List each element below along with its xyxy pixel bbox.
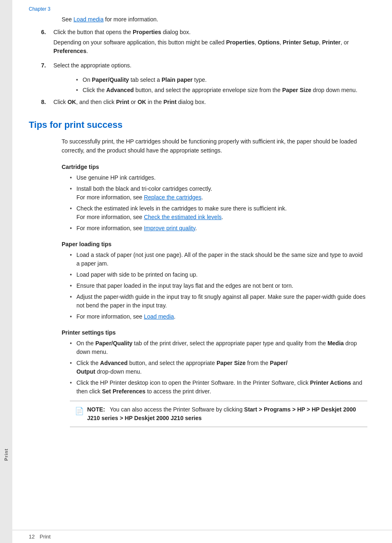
list-item: Install both the black and tri-color car…	[70, 185, 367, 202]
replace-cartridges-link[interactable]: Replace the cartridges	[144, 194, 201, 201]
chapter-label: Chapter 3	[29, 6, 367, 12]
footer-page-num: 12	[29, 534, 35, 540]
list-item: Click the Advanced button, and select th…	[76, 86, 367, 95]
list-item: For more information, see Load media.	[70, 312, 367, 321]
intro-suffix: for more information.	[104, 16, 158, 23]
step-6: 6. Click the button that opens the Prope…	[29, 28, 367, 57]
paper-tips-title: Paper loading tips	[62, 241, 367, 247]
sidebar-label: Print	[4, 448, 9, 461]
list-item: For more information, see Improve print …	[70, 224, 367, 233]
printer-tips-title: Printer settings tips	[62, 329, 367, 336]
check-ink-levels-link[interactable]: Check the estimated ink levels	[144, 214, 221, 220]
list-item: Check the estimated ink levels in the ca…	[70, 204, 367, 222]
cartridge-tips-title: Cartridge tips	[62, 164, 367, 170]
list-item: Use genuine HP ink cartridges.	[70, 173, 367, 182]
note-label: NOTE:	[87, 406, 105, 413]
step-7-num: 7.	[41, 61, 53, 72]
tips-section-title: Tips for print success	[29, 120, 367, 130]
step-7: 7. Select the appropriate options.	[29, 61, 367, 72]
tips-section-body: To successfully print, the HP cartridges…	[62, 137, 367, 155]
list-item: Click the HP Printer desktop icon to ope…	[70, 379, 367, 396]
list-item: Ensure that paper loaded in the input tr…	[70, 282, 367, 290]
note-icon: 📄	[75, 406, 84, 417]
list-item: Load a stack of paper (not just one page…	[70, 251, 367, 268]
list-item: On the Paper/Quality tab of the print dr…	[70, 339, 367, 356]
note-content: NOTE: You can also access the Printer So…	[87, 405, 362, 423]
footer-bar: 12 Print	[12, 530, 392, 543]
cartridge-tips-bullets: Use genuine HP ink cartridges. Install b…	[70, 173, 367, 233]
printer-tips-bullets: On the Paper/Quality tab of the print dr…	[70, 339, 367, 396]
step-8: 8. Click OK, and then click Print or OK …	[29, 98, 367, 108]
list-item: Load paper with side to be printed on fa…	[70, 270, 367, 279]
step-7-bullets: On Paper/Quality tab select a Plain pape…	[76, 76, 367, 95]
list-item: On Paper/Quality tab select a Plain pape…	[76, 76, 367, 84]
step-6-content: Click the button that opens the Properti…	[53, 28, 367, 57]
footer-section: Print	[39, 534, 51, 540]
step-6-num: 6.	[41, 28, 53, 57]
step-8-content: Click OK, and then click Print or OK in …	[53, 98, 367, 108]
improve-print-quality-link[interactable]: Improve print quality	[144, 225, 195, 231]
step-7-content: Select the appropriate options.	[53, 61, 367, 72]
step-8-num: 8.	[41, 98, 53, 108]
load-media-link[interactable]: Load media	[74, 16, 104, 23]
paper-tips-bullets: Load a stack of paper (not just one page…	[70, 251, 367, 321]
list-item: Adjust the paper-width guide in the inpu…	[70, 293, 367, 310]
load-media-link-2[interactable]: Load media	[144, 313, 174, 320]
section-intro: See Load media for more information.	[62, 15, 367, 24]
note-box: 📄 NOTE: You can also access the Printer …	[70, 401, 367, 427]
list-item: Click the Advanced button, and select th…	[70, 359, 367, 376]
